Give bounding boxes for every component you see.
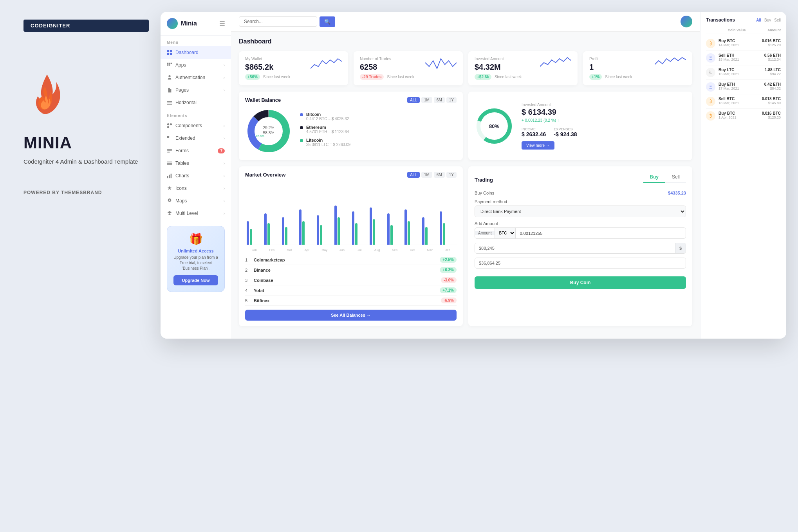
trans-btcbuy-amounts: 0.016 BTC $125.20 [762,39,781,47]
sidebar-logo: Minia ☰ [161,12,231,36]
see-all-btn[interactable]: See All Balances → [245,310,457,321]
trans-btcbuy-date: 14 Mar, 2021 [719,43,759,47]
trans-ethbuy-coin: 0.42 ETH [764,82,781,87]
sidebar-item-pages[interactable]: Pages › [161,84,231,96]
payment-select[interactable]: Direct Bank Payment [475,206,686,217]
svg-rect-16 [167,149,172,150]
buy-coins-label: Buy Coins [475,191,494,195]
bitcoin-val: 0.4412 BTC = $ 4025.32 [306,117,349,121]
svg-rect-6 [171,63,172,64]
search-button[interactable]: 🔍 [320,16,335,27]
amount-input[interactable] [516,228,686,238]
sidebar-item-components[interactable]: Components › [161,119,231,132]
trading-title: Trading [475,177,493,183]
sidebar-item-icons[interactable]: Icons › [161,182,231,195]
buy-coin-btn[interactable]: Buy Coin [475,276,686,289]
exchange-table: 1 Coinmarketcap +2.5% 2 Binance +6.3% 3 … [245,255,457,306]
upgrade-btn[interactable]: Upgrade Now [173,275,218,285]
bar-mar-green [285,227,287,245]
svg-rect-1 [170,50,172,52]
svg-point-14 [167,126,169,128]
market-filter-1m[interactable]: 1M [421,172,432,178]
filter-1m[interactable]: 1M [421,97,432,103]
invested-overview-card: 80% Invested Amount $ 6134.39 + 0.0012.2… [468,92,692,160]
litecoin-val: 35.3811 LTC = $ 2263.09 [306,142,350,147]
svg-rect-9 [167,101,172,102]
trading-tabs: Buy Sell [643,172,686,183]
sidebar-item-horizontal[interactable]: Horizontal [161,96,231,109]
svg-rect-17 [167,150,172,151]
sidebar-item-charts[interactable]: Charts › [161,170,231,182]
trading-tab-sell[interactable]: Sell [666,172,686,183]
market-filter-all[interactable]: ALL [407,172,420,178]
sidebar-item-tables-label: Tables [175,161,189,166]
view-more-btn[interactable]: View more → [522,141,554,150]
transactions-header: Transactions All Buy Sell [706,17,781,23]
bar-jul-green [355,223,357,245]
search-input[interactable] [239,16,317,27]
bar-apr-green [302,221,305,245]
trans-tab-all[interactable]: All [756,18,761,22]
exchange-num-4: 4 [245,288,251,293]
sidebar-item-multilevel[interactable]: Multi Level › [161,207,231,220]
income-val: $ 2632.46 [522,131,546,137]
sidebar-item-multilevel-label: Multi Level [175,211,198,216]
bar-oct [404,209,420,245]
sidebar-item-tables[interactable]: Tables › [161,157,231,170]
extra-value: 1 [589,63,632,72]
trans-ltcbuy-date: 16 Mar, 2021 [719,72,762,76]
horizontal-icon [167,100,172,105]
payment-label: Payment method : [475,199,686,204]
hamburger-btn[interactable]: ☰ [219,20,225,27]
market-filter-1y[interactable]: 1Y [446,172,457,178]
exchange-coinbase: 3 Coinbase -3.6% [245,275,457,285]
bar-aug [370,207,385,245]
trans-ethsell-amounts: 0.56 ETH $112.34 [764,53,781,61]
trans-ethsell-coin: 0.56 ETH [764,53,781,58]
exchange-num-2: 2 [245,268,251,272]
view-more-label: View more → [526,143,550,148]
trading-tab-buy[interactable]: Buy [643,172,665,183]
filter-1y[interactable]: 1Y [446,97,457,103]
trans-btcbuy2-amounts: 0.016 BTC $125.20 [762,111,781,119]
minia-title: MINIA [23,133,149,152]
exchange-binance: 2 Binance +6.3% [245,265,457,275]
total-input[interactable] [475,258,686,268]
trans-row-ltcbuy: Ł Buy LTC 16 Mar, 2021 1.88 LTC $94.22 [706,65,781,80]
invested-amount-label: Invested Amount [522,103,686,107]
wallet-title-row: Wallet Balance ALL 1M 6M 1Y [245,97,457,103]
payment-select-wrap: Direct Bank Payment [475,206,686,217]
sidebar-item-apps[interactable]: Apps › [161,59,231,71]
sidebar-logo-text: Minia [181,20,197,27]
upgrade-gift-icon: 🎁 [173,233,218,245]
market-overview-card: Market Overview ALL 1M 6M 1Y [239,166,463,326]
trans-tab-sell[interactable]: Sell [774,18,781,22]
amount-currency-select[interactable]: BTC ETH LTC [495,228,516,238]
svg-rect-3 [170,53,172,55]
sidebar-item-forms[interactable]: Forms 7 [161,144,231,157]
label-jan: Jan [247,248,262,252]
multilevel-icon [167,211,172,216]
legend-bitcoin: Bitcoin 0.4412 BTC = $ 4025.32 [300,112,457,121]
exchange-num-5: 5 [245,298,251,303]
trans-row-btcbuy2: ₿ Buy BTC 1 Apr, 2021 0.016 BTC $125.20 [706,109,781,123]
filter-6m[interactable]: 6M [434,97,445,103]
wallet-balance-title: Wallet Balance [245,97,281,103]
price-input-wrap: $ [475,243,686,254]
sidebar-item-pages-label: Pages [175,87,189,93]
sidebar-item-forms-label: Forms [175,148,189,153]
wallet-balance-card: Wallet Balance ALL 1M 6M 1Y [239,92,463,160]
filter-all[interactable]: ALL [407,97,420,103]
sidebar-item-maps[interactable]: Maps › [161,195,231,207]
market-filter-6m[interactable]: 6M [434,172,445,178]
litecoin-dot [300,139,303,142]
price-input[interactable] [475,243,675,253]
trans-tab-buy[interactable]: Buy [764,18,771,22]
sidebar-item-authentication[interactable]: Authentication › [161,71,231,84]
sidebar-item-extended[interactable]: Extended › [161,132,231,144]
sidebar-item-dashboard[interactable]: Dashboard [161,46,231,59]
exchange-name-1: Coinmarketcap [254,258,437,262]
maps-arrow-icon: › [224,199,225,203]
legend-litecoin: Litecoin 35.3811 LTC = $ 2263.09 [300,138,457,147]
user-avatar[interactable] [681,16,692,27]
